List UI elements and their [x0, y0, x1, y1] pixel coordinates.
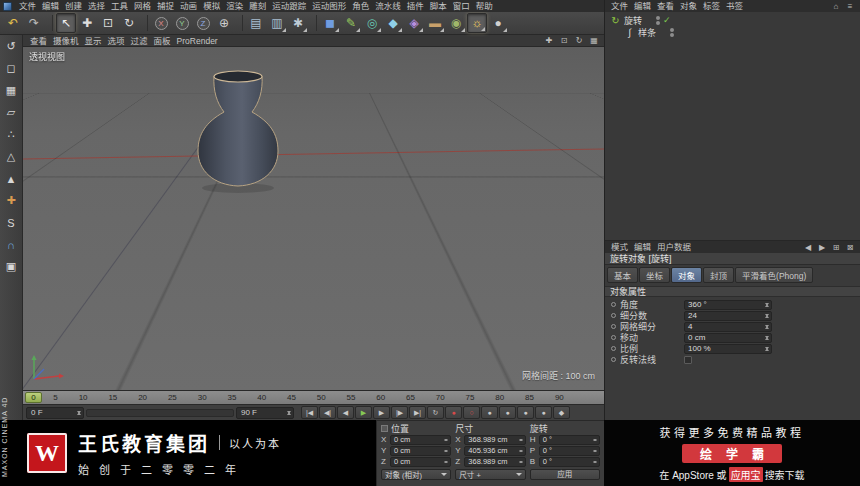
size-value-field[interactable]: 405.936 cm	[464, 446, 525, 456]
goto-start-button[interactable]: |◀	[301, 406, 318, 419]
live-selection-icon[interactable]: ↖	[56, 13, 76, 33]
menu-item[interactable]: 运动跟踪	[269, 0, 309, 12]
toolbar-separator[interactable]	[237, 15, 243, 31]
object-row-lathe[interactable]: ↻ 旋转	[605, 14, 860, 26]
x-lock-icon[interactable]: X	[151, 13, 171, 33]
attribute-tab[interactable]: 基本	[607, 267, 638, 283]
render-picture-viewer-icon[interactable]: ▥	[267, 13, 287, 33]
menu-item[interactable]: 插件	[404, 0, 427, 12]
attribute-value-field[interactable]: 100 %	[684, 344, 772, 354]
object-manager-menu-item[interactable]: 编辑	[631, 0, 654, 12]
menu-item[interactable]: 运动图形	[309, 0, 349, 12]
am-forward-icon[interactable]: ▶	[817, 243, 827, 252]
undo-icon[interactable]: ↶	[3, 13, 23, 33]
object-manager-menu-item[interactable]: 文件	[608, 0, 631, 12]
om-home-icon[interactable]: ⌂	[831, 2, 841, 11]
pan-view-icon[interactable]: ✚	[543, 35, 555, 46]
menu-item[interactable]: 创建	[62, 0, 85, 12]
add-cube-icon[interactable]: ◼	[320, 13, 340, 33]
add-spline-icon[interactable]: ✎	[341, 13, 361, 33]
points-mode-icon[interactable]: ∴	[2, 125, 21, 144]
anim-dot-icon[interactable]	[611, 346, 616, 351]
attribute-menu-item[interactable]: 用户数据	[654, 241, 694, 253]
viewport-3d[interactable]: 透视视图 网格间距 : 100 cm	[23, 47, 604, 390]
record-scale-button[interactable]: ●	[499, 406, 516, 419]
viewport-menu-item[interactable]: 面板	[151, 35, 174, 47]
prev-frame-button[interactable]: ◀	[337, 406, 354, 419]
goto-end-button[interactable]: ▶|	[409, 406, 426, 419]
menu-item[interactable]: 窗口	[450, 0, 473, 12]
prev-key-button[interactable]: ◀|	[319, 406, 336, 419]
menu-item[interactable]: 动画	[177, 0, 200, 12]
am-panel-icon[interactable]: ⊞	[831, 243, 841, 252]
add-camera-icon[interactable]: ◉	[446, 13, 466, 33]
keyframe-selection-button[interactable]: ◆	[553, 406, 570, 419]
anim-dot-icon[interactable]	[611, 324, 616, 329]
attribute-value-field[interactable]: 0 cm	[684, 333, 772, 343]
object-manager-menu-item[interactable]: 标签	[700, 0, 723, 12]
edges-mode-icon[interactable]: △	[2, 147, 21, 166]
app-logo-icon[interactable]	[3, 2, 12, 11]
attribute-menu-item[interactable]: 编辑	[631, 241, 654, 253]
viewport-menu-item[interactable]: ProRender	[174, 35, 221, 47]
object-manager-menu-item[interactable]: 查看	[654, 0, 677, 12]
solo-mode-icon[interactable]: S	[2, 213, 21, 232]
apply-button[interactable]: 应用	[530, 469, 600, 480]
attribute-menu-item[interactable]: 模式	[608, 241, 631, 253]
viewport-menu-item[interactable]: 摄像机	[50, 35, 82, 47]
menu-item[interactable]: 工具	[108, 0, 131, 12]
rotate-view-icon[interactable]: ↻	[573, 35, 585, 46]
am-back-icon[interactable]: ◀	[803, 243, 813, 252]
attribute-tab[interactable]: 坐标	[639, 267, 670, 283]
viewport-menu-item[interactable]: 显示	[82, 35, 105, 47]
record-position-button[interactable]: ●	[481, 406, 498, 419]
toolbar-separator[interactable]	[47, 15, 53, 31]
attribute-checkbox[interactable]	[684, 356, 692, 364]
attribute-value-field[interactable]: 24	[684, 311, 772, 321]
menu-item[interactable]: 流水线	[372, 0, 404, 12]
next-frame-button[interactable]: ▶	[373, 406, 390, 419]
scale-icon[interactable]: ⊡	[98, 13, 118, 33]
axis-mode-icon[interactable]: ✚	[2, 191, 21, 210]
attribute-tab[interactable]: 平滑着色(Phong)	[735, 267, 813, 283]
add-generator-icon[interactable]: ◎	[362, 13, 382, 33]
toolbar-separator[interactable]	[142, 15, 148, 31]
position-value-field[interactable]: 0 cm	[390, 446, 451, 456]
menu-item[interactable]: 帮助	[473, 0, 496, 12]
lock-workplane-icon[interactable]: ▣	[2, 257, 21, 276]
menu-item[interactable]: 选择	[85, 0, 108, 12]
object-manager-menu-item[interactable]: 书签	[723, 0, 746, 12]
z-lock-icon[interactable]: Z	[193, 13, 213, 33]
menu-item[interactable]: 角色	[349, 0, 372, 12]
visibility-dots-icon[interactable]	[655, 16, 660, 25]
menu-item[interactable]: 渲染	[223, 0, 246, 12]
position-value-field[interactable]: 0 cm	[390, 457, 451, 467]
rotation-value-field[interactable]: 0 °	[539, 435, 600, 445]
coordinate-system-icon[interactable]: ⊕	[214, 13, 234, 33]
anim-dot-icon[interactable]	[611, 302, 616, 307]
menu-item[interactable]: 捕捉	[154, 0, 177, 12]
power-slider[interactable]	[86, 409, 234, 417]
record-parameter-button[interactable]: ●	[535, 406, 552, 419]
object-manager-menu-item[interactable]: 对象	[677, 0, 700, 12]
add-deformer-icon[interactable]: ◈	[404, 13, 424, 33]
snap-icon[interactable]: ∩	[2, 235, 21, 254]
move-icon[interactable]: ✚	[77, 13, 97, 33]
add-modeling-icon[interactable]: ◆	[383, 13, 403, 33]
autokey-button[interactable]: ○	[463, 406, 480, 419]
viewport-label[interactable]: 透视视图	[29, 50, 65, 63]
add-light-icon[interactable]: ☼	[467, 13, 487, 33]
start-frame-field[interactable]: 0 F	[26, 407, 84, 419]
size-value-field[interactable]: 368.989 cm	[464, 457, 525, 467]
render-settings-icon[interactable]: ✱	[288, 13, 308, 33]
menu-item[interactable]: 模拟	[200, 0, 223, 12]
redo-icon[interactable]: ↷	[24, 13, 44, 33]
coordinate-mode-dropdown[interactable]: 对象 (相对)	[381, 469, 451, 480]
record-rotation-button[interactable]: ●	[517, 406, 534, 419]
workplane-mode-icon[interactable]: ▱	[2, 103, 21, 122]
size-value-field[interactable]: 368.989 cm	[464, 435, 525, 445]
texture-mode-icon[interactable]: ▦	[2, 81, 21, 100]
toolbar-separator[interactable]	[311, 15, 317, 31]
timeline-scrubber[interactable]: 0	[25, 392, 42, 403]
attribute-tab[interactable]: 对象	[671, 267, 702, 283]
